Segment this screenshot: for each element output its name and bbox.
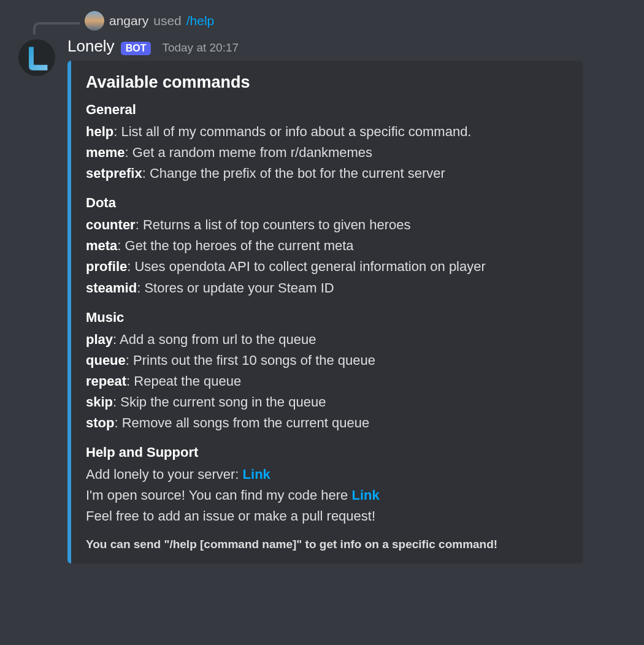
command-description: : Prints out the first 10 songs of the q… xyxy=(126,353,375,368)
embed-section: Musicplay: Add a song from url to the qu… xyxy=(86,310,567,433)
embed-title: Available commands xyxy=(86,73,567,92)
command-name: profile xyxy=(86,259,127,274)
support-text: I'm open source! You can find my code he… xyxy=(86,487,351,503)
command-name: steamid xyxy=(86,280,137,296)
message-main: Lonely BOT Today at 20:17 Available comm… xyxy=(18,37,626,563)
command-line: queue: Prints out the first 10 songs of … xyxy=(86,350,567,371)
bot-avatar-icon xyxy=(23,44,51,72)
command-line: steamid: Stores or update your Steam ID xyxy=(86,278,567,299)
command-name: help xyxy=(86,124,113,139)
command-name: setprefix xyxy=(86,166,142,181)
command-name: meta xyxy=(86,238,117,253)
command-line: setprefix: Change the prefix of the bot … xyxy=(86,163,567,184)
reply-username[interactable]: angary xyxy=(109,13,148,28)
command-description: : List all of my commands or info about … xyxy=(113,124,471,139)
command-description: : Skip the current song in the queue xyxy=(113,394,326,410)
command-description: : Uses opendota API to collect general i… xyxy=(127,259,486,274)
command-name: meme xyxy=(86,145,125,160)
embed-section-support: Help and Support Add lonely to your serv… xyxy=(86,445,567,527)
command-description: : Returns a list of top counters to give… xyxy=(136,217,411,232)
command-name: play xyxy=(86,332,113,347)
command-description: : Get a random meme from r/dankmemes xyxy=(125,145,372,160)
reply-slash-command[interactable]: /help xyxy=(186,13,215,28)
bot-avatar[interactable] xyxy=(18,39,55,76)
command-name: skip xyxy=(86,394,113,410)
message-content: Lonely BOT Today at 20:17 Available comm… xyxy=(67,37,626,563)
command-line: profile: Uses opendota API to collect ge… xyxy=(86,256,567,277)
support-line: Feel free to add an issue or make a pull… xyxy=(86,506,567,527)
support-line: Add lonely to your server: Link xyxy=(86,464,567,485)
command-line: play: Add a song from url to the queue xyxy=(86,329,567,350)
command-name: repeat xyxy=(86,373,126,389)
command-description: : Repeat the queue xyxy=(126,373,241,389)
command-description: : Change the prefix of the bot for the c… xyxy=(142,166,445,181)
command-line: repeat: Repeat the queue xyxy=(86,371,567,392)
command-line: help: List all of my commands or info ab… xyxy=(86,121,567,142)
command-line: skip: Skip the current song in the queue xyxy=(86,392,567,413)
command-line: meta: Get the top heroes of the current … xyxy=(86,235,567,256)
message-timestamp: Today at 20:17 xyxy=(162,41,239,55)
message-container: angary used /help Lonely xyxy=(0,0,644,574)
bot-badge: BOT xyxy=(121,42,151,55)
bot-username[interactable]: Lonely xyxy=(67,37,115,56)
command-line: stop: Remove all songs from the current … xyxy=(86,413,567,433)
command-line: meme: Get a random meme from r/dankmemes xyxy=(86,142,567,163)
embed-card: Available commands Generalhelp: List all… xyxy=(67,61,583,563)
reply-user-avatar[interactable] xyxy=(85,11,104,31)
command-description: : Stores or update your Steam ID xyxy=(137,280,334,296)
embed-section: Generalhelp: List all of my commands or … xyxy=(86,102,567,184)
embed-section: Dotacounter: Returns a list of top count… xyxy=(86,195,567,298)
command-name: queue xyxy=(86,353,126,368)
command-line: counter: Returns a list of top counters … xyxy=(86,215,567,235)
invite-link[interactable]: Link xyxy=(243,467,270,482)
support-line: I'm open source! You can find my code he… xyxy=(86,485,567,506)
command-description: : Get the top heroes of the current meta xyxy=(117,238,353,253)
command-name: counter xyxy=(86,217,136,232)
field-title: Dota xyxy=(86,195,567,211)
command-description: : Add a song from url to the queue xyxy=(113,332,316,347)
reply-spine xyxy=(33,22,80,34)
reply-reference[interactable]: angary used /help xyxy=(85,11,626,31)
field-title: General xyxy=(86,102,567,118)
embed-footer: You can send "/help [command name]" to g… xyxy=(86,538,567,551)
source-link[interactable]: Link xyxy=(351,487,379,503)
command-description: : Remove all songs from the current queu… xyxy=(114,415,369,430)
command-name: stop xyxy=(86,415,114,430)
message-header: Lonely BOT Today at 20:17 xyxy=(67,37,626,56)
field-title: Music xyxy=(86,310,567,326)
reply-action-text: used xyxy=(153,13,182,28)
field-title-support: Help and Support xyxy=(86,445,567,460)
support-text: Add lonely to your server: xyxy=(86,467,243,482)
